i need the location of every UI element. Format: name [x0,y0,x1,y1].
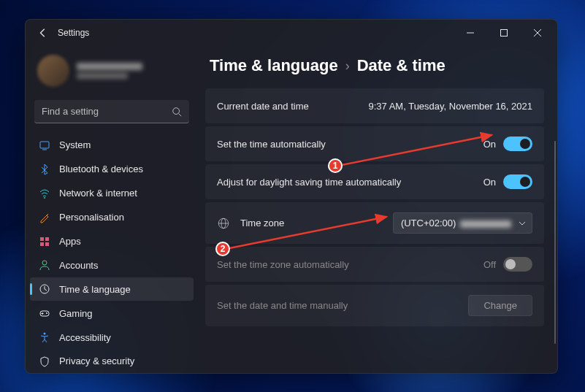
breadcrumb: Time & language › Date & time [210,56,544,75]
sidebar-item-label: Bluetooth & devices [59,164,143,174]
dst-label: Adjust for daylight saving time automati… [217,177,401,188]
current-datetime-value: 9:37 AM, Tuesday, November 16, 2021 [368,101,532,112]
auto-timezone-state: Off [483,259,496,270]
timezone-label: Time zone [240,218,284,228]
system-icon [39,139,50,151]
sidebar-item-label: Apps [59,236,81,247]
sidebar-item-bluetooth-devices[interactable]: Bluetooth & devices [30,158,194,181]
sidebar-item-label: Accessibility [59,332,111,343]
timezone-row: Time zone (UTC+02:00) [205,202,544,244]
svg-rect-8 [45,237,49,241]
app-title: Settings [58,28,89,38]
accounts-icon [39,259,50,271]
manual-datetime-label: Set the date and time manually [217,300,348,311]
chevron-down-icon [519,220,526,227]
auto-time-label: Set the time automatically [217,139,326,150]
auto-time-row: Set the time automatically On [205,126,544,161]
sidebar-item-gaming[interactable]: Gaming [30,301,194,325]
auto-timezone-toggle[interactable] [503,257,532,272]
sidebar-item-apps[interactable]: Apps [30,230,194,253]
auto-time-toggle[interactable] [503,137,532,151]
sidebar-item-accounts[interactable]: Accounts [30,253,194,277]
svg-point-2 [173,107,180,114]
svg-rect-4 [40,142,49,148]
search-box[interactable] [34,100,189,123]
user-profile[interactable] [30,50,194,97]
chevron-right-icon: › [345,58,350,74]
close-button[interactable] [521,21,554,45]
network-icon [39,188,50,199]
maximize-icon [500,29,508,36]
timezone-value: (UTC+02:00) [401,218,456,228]
gaming-icon [39,307,50,319]
svg-rect-10 [45,242,49,246]
timezone-name-redacted [460,220,511,228]
current-datetime-row: Current date and time 9:37 AM, Tuesday, … [205,88,544,123]
avatar [37,55,69,87]
sidebar-item-personalisation[interactable]: Personalisation [30,206,194,229]
time-language-icon [39,283,50,295]
sidebar-item-label: Network & internet [59,188,137,199]
profile-text [77,63,142,79]
personalisation-icon [39,212,50,223]
sidebar: SystemBluetooth & devicesNetwork & inter… [26,46,198,373]
auto-time-state: On [483,139,496,150]
breadcrumb-parent[interactable]: Time & language [210,56,338,75]
svg-point-6 [44,197,45,199]
dst-state: On [483,177,496,188]
sidebar-item-label: Personalisation [59,212,124,223]
sidebar-item-label: Privacy & security [59,356,134,366]
sidebar-item-system[interactable]: System [30,134,194,157]
search-icon [172,107,182,117]
bluetooth-icon [39,164,50,175]
maximize-button[interactable] [487,21,521,45]
svg-point-14 [46,312,47,314]
scrollbar[interactable] [554,141,556,344]
apps-icon [39,236,50,247]
svg-rect-9 [40,242,44,246]
nav-list: SystemBluetooth & devicesNetwork & inter… [30,134,194,373]
dst-row: Adjust for daylight saving time automati… [205,164,544,199]
sidebar-item-label: Gaming [59,308,93,319]
current-datetime-label: Current date and time [217,101,309,112]
auto-timezone-row: Set the time zone automatically Off [205,247,544,282]
close-icon [534,29,541,36]
auto-timezone-label: Set the time zone automatically [217,259,349,270]
dst-toggle[interactable] [503,174,532,189]
sidebar-item-time-language[interactable]: Time & language [30,277,194,301]
manual-datetime-row: Set the date and time manually Change [205,285,544,326]
sidebar-item-accessibility[interactable]: Accessibility [30,326,194,349]
settings-window: Settings SystemBluetooth & devicesNetwor [25,19,558,374]
sidebar-item-label: System [59,139,91,150]
accessibility-icon [39,331,50,343]
sidebar-item-network-internet[interactable]: Network & internet [30,182,194,205]
svg-point-15 [44,333,46,335]
svg-rect-1 [501,30,508,36]
minimize-button[interactable] [454,21,487,45]
svg-line-3 [179,113,182,116]
svg-rect-7 [40,237,44,241]
search-input[interactable] [42,106,172,117]
globe-icon [217,217,230,230]
svg-point-11 [42,261,47,265]
timezone-select[interactable]: (UTC+02:00) [393,212,532,234]
sidebar-item-label: Time & language [59,284,131,295]
back-button[interactable] [36,26,50,40]
change-button[interactable]: Change [468,295,532,316]
titlebar: Settings [26,20,557,46]
minimize-icon [467,29,474,36]
main-content: Time & language › Date & time Current da… [198,46,557,373]
sidebar-item-privacy-security[interactable]: Privacy & security [30,350,194,373]
privacy-icon [39,356,50,367]
sidebar-item-label: Accounts [59,260,98,271]
breadcrumb-current: Date & time [357,56,446,75]
arrow-left-icon [38,28,48,38]
